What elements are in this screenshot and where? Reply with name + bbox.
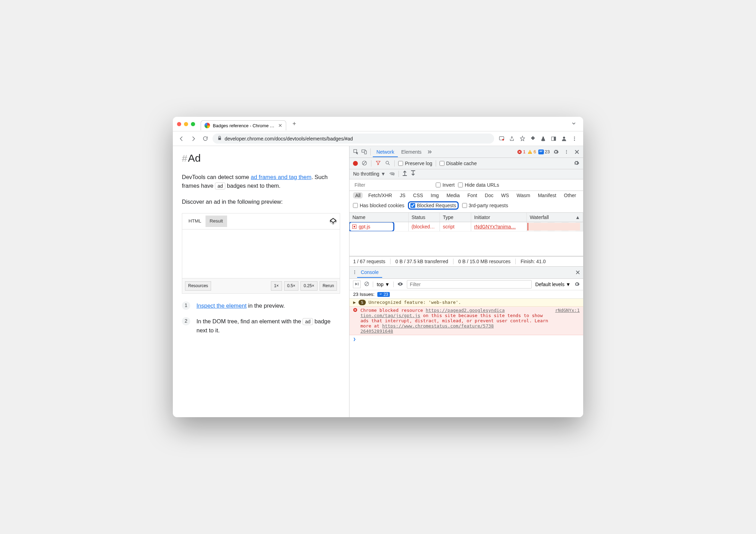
invert-checkbox[interactable]: Invert (436, 182, 455, 188)
maximize-window-button[interactable] (191, 122, 195, 126)
throttling-select[interactable]: No throttling ▼ (353, 171, 385, 177)
labs-icon[interactable] (539, 134, 548, 143)
resources-button[interactable]: Resources (185, 281, 211, 291)
type-ws[interactable]: WS (499, 192, 511, 199)
console-warning[interactable]: ▶ 5 Unrecognized feature: 'web-share'. (349, 299, 583, 307)
type-wasm[interactable]: Wasm (515, 192, 532, 199)
type-doc[interactable]: Doc (483, 192, 496, 199)
translate-icon[interactable] (497, 134, 506, 143)
type-media[interactable]: Media (444, 192, 462, 199)
status-requests: 1 / 67 requests (353, 259, 391, 264)
new-tab-button[interactable]: + (289, 120, 300, 128)
console-sidebar-toggle[interactable] (353, 281, 361, 288)
bookmark-icon[interactable] (518, 134, 527, 143)
cell-initiator[interactable]: rNdGNYx?anima… (471, 222, 527, 231)
rerun-button[interactable]: Rerun (320, 281, 337, 291)
devtools-menu-icon[interactable] (562, 149, 571, 155)
record-button[interactable] (353, 161, 358, 166)
tab-network[interactable]: Network (373, 147, 397, 157)
close-window-button[interactable] (177, 122, 181, 126)
clear-console-icon[interactable] (364, 281, 369, 288)
error-count[interactable]: 1 (517, 149, 525, 154)
col-type[interactable]: Type (440, 213, 471, 222)
address-bar[interactable]: developer.chrome.com/docs/devtools/eleme… (212, 134, 494, 144)
type-js[interactable]: JS (397, 192, 407, 199)
close-tab-icon[interactable]: ✕ (278, 123, 282, 128)
network-settings-icon[interactable] (573, 160, 580, 167)
tab-overflow-icon[interactable] (569, 120, 579, 129)
console-settings-icon[interactable] (574, 281, 580, 288)
menu-icon[interactable] (570, 134, 579, 143)
codepen-logo-icon[interactable] (329, 217, 338, 226)
hide-data-urls-checkbox[interactable]: Hide data URLs (458, 182, 499, 188)
network-conditions-icon[interactable] (389, 171, 395, 177)
forward-button[interactable] (189, 134, 198, 143)
embed-tab-html[interactable]: HTML (184, 216, 206, 227)
zoom-1x-button[interactable]: 1× (271, 281, 282, 291)
live-expression-icon[interactable] (397, 282, 403, 287)
close-devtools-icon[interactable] (573, 149, 581, 154)
import-har-icon[interactable] (402, 170, 407, 177)
more-tabs-icon[interactable] (425, 149, 433, 154)
col-waterfall[interactable]: Waterfall ▲ (527, 213, 583, 222)
reload-button[interactable] (201, 134, 210, 143)
svg-point-19 (566, 153, 567, 153)
thirdparty-checkbox[interactable]: 3rd-party requests (462, 201, 508, 210)
console-filter-input[interactable] (407, 280, 532, 289)
export-har-icon[interactable] (411, 170, 416, 177)
col-initiator[interactable]: Initiator (471, 213, 527, 222)
preserve-log-checkbox[interactable]: Preserve log (398, 161, 432, 166)
share-icon[interactable] (507, 134, 516, 143)
filter-input[interactable] (352, 181, 432, 189)
type-fetch[interactable]: Fetch/XHR (366, 192, 394, 199)
tab-elements[interactable]: Elements (398, 147, 425, 157)
col-name[interactable]: Name (349, 213, 409, 222)
profile-icon[interactable] (560, 134, 569, 143)
device-mode-icon[interactable] (360, 149, 368, 155)
zoom-05x-button[interactable]: 0.5× (284, 281, 299, 291)
settings-icon[interactable] (552, 149, 560, 155)
devtools-panel: Network Elements 1 6 23 (349, 146, 583, 417)
embed-tab-result[interactable]: Result (206, 216, 227, 227)
error-source-link[interactable]: rNdGNYx:1 (555, 308, 580, 313)
inspect-icon[interactable] (352, 149, 360, 155)
has-blocked-cookies-checkbox[interactable]: Has blocked cookies (353, 201, 404, 210)
inspect-link[interactable]: Inspect the element (196, 302, 247, 309)
type-manifest[interactable]: Manifest (536, 192, 558, 199)
close-console-icon[interactable]: ✕ (575, 269, 580, 276)
message-count[interactable]: 23 (538, 149, 550, 154)
svg-rect-8 (354, 149, 357, 153)
warning-count[interactable]: 6 (528, 149, 536, 154)
console-toolbar: top ▼ Default levels ▼ (349, 279, 583, 290)
context-select[interactable]: top ▼ (377, 282, 389, 287)
svg-point-25 (354, 273, 355, 274)
type-font[interactable]: Font (465, 192, 479, 199)
step-1: Inspect the element in the preview. (182, 301, 340, 310)
console-error[interactable]: Chrome blocked resource https://pagead2.… (349, 307, 583, 335)
search-icon[interactable] (385, 160, 391, 167)
tab-console[interactable]: Console (357, 267, 382, 278)
back-button[interactable] (177, 134, 186, 143)
clear-icon[interactable] (361, 160, 368, 167)
browser-tab[interactable]: Badges reference - Chrome De ✕ (201, 120, 286, 130)
console-prompt[interactable]: ❯ (349, 335, 583, 343)
log-levels-select[interactable]: Default levels ▼ (535, 282, 571, 287)
zoom-025x-button[interactable]: 0.25× (300, 281, 317, 291)
sidepanel-icon[interactable] (549, 134, 558, 143)
tab-title: Badges reference - Chrome De (213, 123, 275, 128)
minimize-window-button[interactable] (184, 122, 188, 126)
type-all[interactable]: All (353, 192, 363, 199)
filter-bar: Invert Hide data URLs (349, 179, 583, 191)
issues-row[interactable]: 23 Issues: 23 (349, 290, 583, 299)
type-css[interactable]: CSS (411, 192, 425, 199)
filter-icon[interactable] (375, 160, 381, 167)
blocked-requests-checkbox[interactable]: Blocked Requests (410, 203, 456, 208)
disable-cache-checkbox[interactable]: Disable cache (440, 161, 477, 166)
type-other[interactable]: Other (562, 192, 578, 199)
extensions-icon[interactable] (528, 134, 537, 143)
ad-frames-link[interactable]: ad frames and tag them (251, 174, 311, 180)
col-status[interactable]: Status (409, 213, 440, 222)
type-img[interactable]: Img (429, 192, 441, 199)
console-menu-icon[interactable] (352, 269, 357, 276)
network-row[interactable]: gpt.js (blocked… script rNdGNYx?anima… (349, 222, 583, 232)
